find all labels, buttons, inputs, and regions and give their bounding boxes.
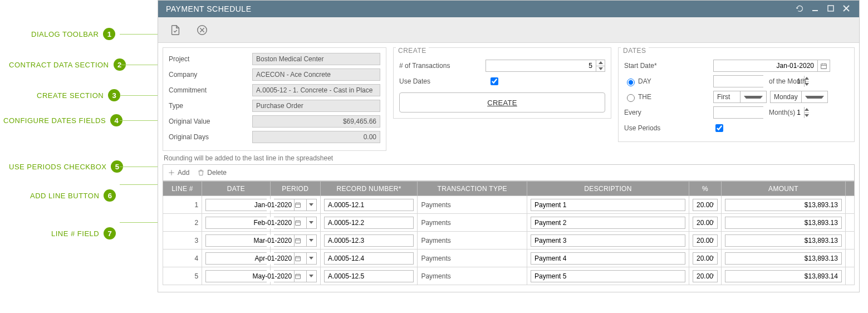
payment-schedule-dialog: PAYMENT SCHEDULE [158,0,860,292]
record-input[interactable] [324,270,414,282]
svg-rect-13 [296,203,301,207]
calendar-icon[interactable] [294,253,301,264]
refresh-icon[interactable] [795,3,805,13]
every-label: Every [624,109,713,116]
origval-label: Original Value [169,118,252,125]
transaction-type: Payments [418,267,527,285]
calendar-icon[interactable] [294,235,301,246]
date-cell[interactable] [205,199,266,211]
chevron-down-icon[interactable] [306,235,316,246]
table-row: 2 Payments [163,214,855,232]
close-icon[interactable] [841,3,851,13]
calendar-icon[interactable] [294,199,301,211]
dow-select[interactable]: Monday [770,91,828,103]
percent-input[interactable] [693,270,718,282]
date-input[interactable] [206,271,294,282]
day-spinner[interactable] [713,75,763,87]
col-pct: % [689,182,721,196]
annotation-3-label: CREATE SECTION [37,91,104,100]
day-radio-wrap[interactable]: DAY [624,77,713,86]
annotation-line [120,184,163,185]
amount-input[interactable] [725,270,842,282]
delete-line-button[interactable]: Delete [197,169,227,177]
description-input[interactable] [531,234,685,247]
every-spinner[interactable] [713,106,763,119]
num-tx-label: # of Transactions [399,62,486,70]
amount-input[interactable] [725,234,842,247]
every-suffix: Month(s) [769,109,795,116]
save-icon[interactable] [167,22,184,38]
num-tx-spinner[interactable] [486,60,605,72]
num-tx-input[interactable] [486,60,596,71]
date-cell[interactable] [205,217,266,229]
commitment-label: Commitment [169,86,252,94]
start-date-field[interactable] [713,60,830,72]
annotation-7-label: LINE # FIELD [51,229,99,238]
svg-rect-1 [828,6,833,11]
spin-down-icon[interactable] [596,66,605,72]
use-dates-label: Use Dates [399,77,488,85]
annotation-badge: 3 [108,89,120,101]
chevron-down-icon[interactable] [801,91,827,102]
chevron-down-icon[interactable] [306,271,316,282]
start-date-input[interactable] [714,60,817,71]
record-input[interactable] [324,252,414,265]
date-cell[interactable] [205,270,266,282]
annotation-badge: 6 [104,189,116,202]
date-input[interactable] [206,253,294,264]
description-input[interactable] [531,199,685,211]
start-date-label: Start Date* [624,62,713,70]
date-input[interactable] [206,217,294,228]
chevron-down-icon[interactable] [306,253,316,264]
spin-down-icon[interactable] [805,113,809,119]
amount-input[interactable] [725,252,842,265]
calendar-icon[interactable] [817,60,830,71]
annotation-1: DIALOG TOOLBAR 1 [31,28,115,40]
annotation-3: CREATE SECTION 3 [37,89,120,101]
percent-input[interactable] [693,252,718,265]
transaction-type: Payments [418,214,527,232]
date-input[interactable] [206,199,294,211]
col-amt: AMOUNT [722,182,846,196]
amount-input[interactable] [725,199,842,211]
calendar-icon[interactable] [294,217,301,228]
use-dates-checkbox[interactable] [491,77,498,85]
spin-up-icon[interactable] [805,107,809,113]
the-radio-wrap[interactable]: THE [624,92,713,102]
spin-up-icon[interactable] [596,60,605,66]
chevron-down-icon[interactable] [306,217,316,228]
cancel-icon[interactable] [194,22,210,38]
record-input[interactable] [324,217,414,229]
col-period: PERIOD [270,182,320,196]
annotation-badge: 7 [104,227,116,239]
percent-input[interactable] [693,234,718,247]
col-type: TRANSACTION TYPE [418,182,527,196]
record-input[interactable] [324,234,414,247]
chevron-down-icon[interactable] [306,199,316,211]
grid-toolbar: Add Delete [163,164,855,181]
percent-input[interactable] [693,199,718,211]
day-radio-label: DAY [638,77,651,85]
record-input[interactable] [324,199,414,211]
amount-input[interactable] [725,217,842,229]
add-line-button[interactable]: Add [168,169,189,177]
dow-value: Monday [771,93,801,101]
scroll-gutter [845,214,854,232]
percent-input[interactable] [693,217,718,229]
description-input[interactable] [531,252,685,265]
day-radio[interactable] [627,79,635,86]
use-periods-checkbox[interactable] [715,124,723,132]
description-input[interactable] [531,270,685,282]
minimize-icon[interactable] [810,3,820,13]
date-input[interactable] [206,235,294,246]
description-input[interactable] [531,217,685,229]
the-radio[interactable] [627,94,635,102]
annotation-4: CONFIGURE DATES FIELDS 4 [3,114,122,126]
create-button[interactable]: CREATE [399,92,605,113]
date-cell[interactable] [205,234,266,247]
calendar-icon[interactable] [294,271,301,282]
chevron-down-icon[interactable] [740,91,767,102]
maximize-icon[interactable] [826,3,836,13]
date-cell[interactable] [205,252,266,265]
ordinal-select[interactable]: First [713,91,767,103]
